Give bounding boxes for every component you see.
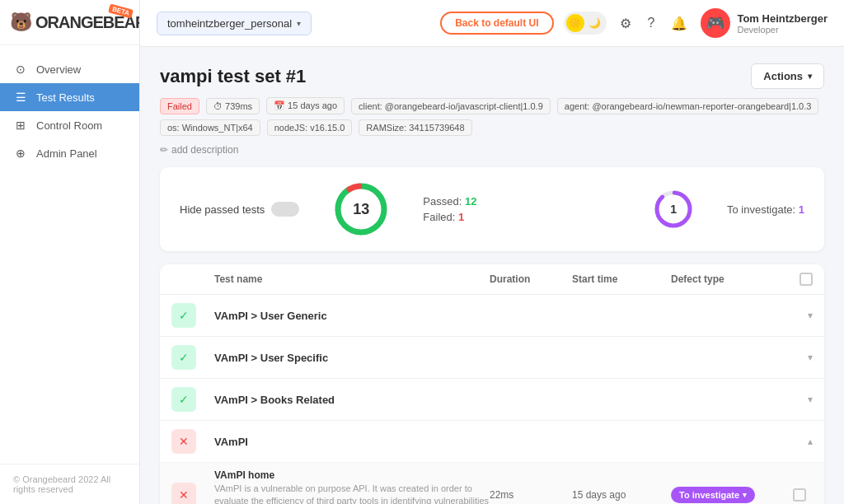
- status-badge: Failed: [160, 98, 199, 114]
- workspace-chevron-icon: ▾: [297, 19, 301, 28]
- to-investigate-button[interactable]: To investigate ▾: [671, 487, 755, 503]
- user-details: Tom Heintzberger Developer: [737, 12, 828, 35]
- duration-tag: ⏱ 739ms: [206, 98, 260, 114]
- light-mode-icon[interactable]: ☀️: [566, 14, 584, 32]
- sidebar-item-label: Control Room: [36, 119, 102, 132]
- actions-label: Actions: [763, 70, 803, 82]
- test-row-header[interactable]: ✓ VAmPI > Books Related ▾: [160, 379, 824, 420]
- expand-chevron-icon: ▾: [783, 394, 813, 405]
- table-row: ✓ VAmPI > Books Related ▾: [160, 379, 824, 421]
- test-results-icon: ☰: [13, 91, 28, 104]
- main-area: tomheintzberger_personal ▾ Back to defau…: [140, 0, 844, 504]
- sidebar: 🐻 ORANGEBEAR BETA ⊙ Overview ☰ Test Resu…: [0, 0, 140, 504]
- logo: 🐻 ORANGEBEAR BETA: [0, 0, 139, 45]
- pass-icon: ✓: [171, 345, 196, 370]
- hide-passed-switch[interactable]: [271, 202, 299, 217]
- sidebar-item-label: Admin Panel: [36, 147, 97, 160]
- expand-chevron-icon: ▾: [783, 352, 813, 363]
- sidebar-item-admin-panel[interactable]: ⊕ Admin Panel: [0, 139, 139, 167]
- checkbox-cell: [786, 488, 813, 502]
- summary-stats: Passed: 12 Failed: 1: [423, 195, 476, 223]
- page-header: vampi test set #1 Actions ▾: [160, 63, 824, 89]
- table-row: ✕ VAmPI ▴ ✕ VAmPI home VAmPI is a vulner…: [160, 421, 824, 504]
- investigate-btn-label: To investigate: [679, 490, 739, 500]
- help-icon[interactable]: ?: [645, 12, 659, 34]
- test-name: VAmPI: [214, 436, 783, 448]
- failed-stat: Failed: 1: [423, 211, 476, 223]
- col-start-time: Start time: [572, 273, 671, 285]
- table-row: ✓ VAmPI > User Specific ▾: [160, 337, 824, 379]
- date-tag: 📅 15 days ago: [266, 97, 345, 114]
- pass-icon: ✓: [171, 387, 196, 412]
- defect-cell: To investigate ▾: [671, 487, 786, 503]
- select-all-checkbox[interactable]: [799, 273, 813, 286]
- hide-passed-label: Hide passed tests: [180, 203, 265, 216]
- workspace-name: tomheintzberger_personal: [167, 17, 292, 30]
- actions-button[interactable]: Actions ▾: [751, 63, 824, 89]
- workspace-selector[interactable]: tomheintzberger_personal ▾: [157, 12, 312, 35]
- dark-mode-icon[interactable]: 🌙: [586, 14, 604, 32]
- notifications-icon[interactable]: 🔔: [668, 12, 691, 35]
- test-row-header[interactable]: ✓ VAmPI > User Specific ▾: [160, 337, 824, 378]
- logo-bear-icon: 🐻: [10, 12, 32, 33]
- os-tag: os: Windows_NT|x64: [160, 119, 260, 136]
- passed-stat: Passed: 12: [423, 195, 476, 208]
- passed-count: 12: [465, 195, 476, 208]
- test-name: VAmPI > Books Related: [214, 394, 783, 406]
- test-row-header[interactable]: ✕ VAmPI ▴: [160, 421, 824, 462]
- sub-test-row: ✕ VAmPI home VAmPI is a vulnerable on pu…: [160, 462, 824, 504]
- admin-panel-icon: ⊕: [13, 147, 28, 160]
- investigate-chevron-icon: ▾: [743, 491, 747, 499]
- col-test-name: Test name: [214, 273, 490, 285]
- agent-tag: agent: @orangebeard-io/newman-reporter-o…: [557, 98, 819, 114]
- ram-tag: RAMSize: 34115739648: [359, 119, 471, 136]
- start-time-cell: 15 days ago: [572, 489, 671, 501]
- settings-icon[interactable]: ⚙: [617, 12, 635, 35]
- sub-test-info: VAmPI home VAmPI is a vulnerable on purp…: [214, 469, 490, 504]
- tags-row-2: os: Windows_NT|x64 nodeJS: v16.15.0 RAMS…: [160, 119, 824, 136]
- nodejs-tag: nodeJS: v16.15.0: [267, 119, 353, 136]
- row-checkbox[interactable]: [793, 488, 806, 502]
- summary-donut-chart: 13: [332, 180, 390, 238]
- sidebar-item-label: Overview: [36, 63, 81, 76]
- col-checkbox: [786, 273, 813, 286]
- pass-icon: ✓: [171, 303, 196, 328]
- user-name: Tom Heintzberger: [737, 12, 828, 25]
- total-count: 13: [353, 201, 369, 218]
- fail-icon: ✕: [171, 429, 196, 454]
- table-row: ✓ VAmPI > User Generic ▾: [160, 295, 824, 337]
- add-description-link[interactable]: ✏ add description: [160, 144, 824, 156]
- failed-count: 1: [458, 211, 464, 223]
- fail-icon: ✕: [171, 483, 196, 504]
- expand-chevron-icon: ▾: [783, 310, 813, 321]
- test-name: VAmPI > User Generic: [214, 310, 783, 322]
- test-table: Test name Duration Start time Defect typ…: [160, 264, 824, 504]
- client-tag: client: @orangebeard-io/javascript-clien…: [351, 98, 551, 114]
- collapse-chevron-icon: ▴: [783, 436, 813, 447]
- hide-passed-toggle: Hide passed tests: [180, 202, 299, 217]
- duration-cell: 22ms: [490, 489, 572, 501]
- sidebar-footer: © Orangebeard 2022 All rights reserved: [0, 464, 139, 504]
- sub-test-name: VAmPI home: [214, 469, 490, 481]
- test-row-header[interactable]: ✓ VAmPI > User Generic ▾: [160, 295, 824, 336]
- sidebar-nav: ⊙ Overview ☰ Test Results ⊞ Control Room…: [0, 45, 139, 464]
- sub-test-desc: VAmPI is a vulnerable on purpose API. It…: [214, 483, 490, 504]
- table-header: Test name Duration Start time Defect typ…: [160, 264, 824, 295]
- sidebar-item-overview[interactable]: ⊙ Overview: [0, 55, 139, 83]
- investigate-count-label: 1: [799, 203, 804, 216]
- investigate-donut-chart: 1: [653, 189, 694, 230]
- investigate-count: 1: [670, 203, 677, 216]
- summary-card: Hide passed tests 13 Passed: 12: [160, 167, 824, 251]
- sidebar-item-control-room[interactable]: ⊞ Control Room: [0, 111, 139, 139]
- topbar: tomheintzberger_personal ▾ Back to defau…: [140, 0, 844, 47]
- user-role: Developer: [737, 25, 828, 35]
- page-title: vampi test set #1: [160, 66, 306, 87]
- sidebar-item-test-results[interactable]: ☰ Test Results: [0, 83, 139, 111]
- back-to-default-button[interactable]: Back to default UI: [440, 12, 553, 35]
- investigate-label: To investigate: 1: [727, 203, 804, 216]
- pencil-icon: ✏: [160, 144, 168, 156]
- actions-chevron-icon: ▾: [808, 72, 812, 81]
- col-duration: Duration: [490, 273, 572, 285]
- overview-icon: ⊙: [13, 63, 28, 76]
- theme-toggle[interactable]: ☀️ 🌙: [564, 12, 607, 35]
